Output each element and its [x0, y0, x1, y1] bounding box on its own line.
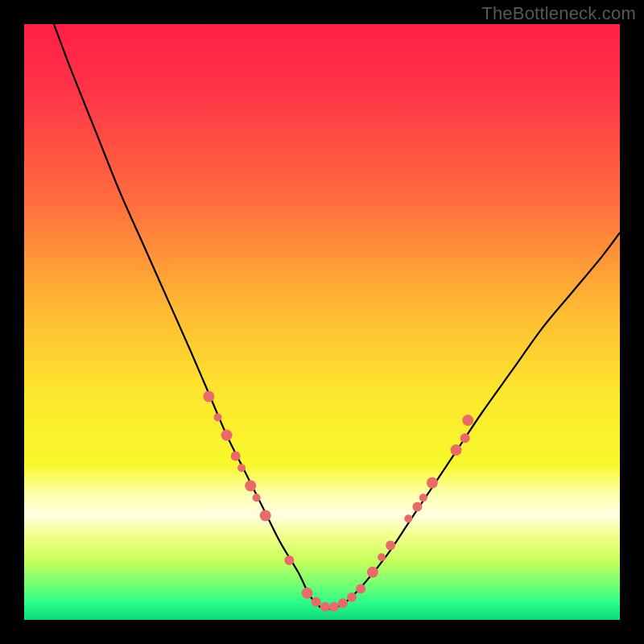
highlight-dot	[386, 541, 395, 551]
plot-area	[24, 24, 620, 620]
highlight-dot	[338, 598, 348, 608]
highlight-dot	[356, 584, 365, 594]
bottleneck-chart	[24, 24, 620, 620]
highlight-dot	[462, 415, 473, 426]
highlight-dot	[237, 464, 246, 472]
highlight-dot	[419, 493, 427, 502]
highlight-dot	[367, 567, 378, 578]
highlight-dot	[203, 391, 214, 402]
highlight-dot	[451, 444, 462, 456]
highlight-dot	[460, 433, 470, 443]
highlight-dot	[320, 602, 330, 612]
highlight-dot	[378, 553, 386, 561]
highlight-dot	[245, 481, 256, 492]
highlight-dot	[312, 597, 321, 607]
watermark-text: TheBottleneck.com	[481, 3, 636, 24]
highlight-dot	[347, 592, 357, 602]
highlight-dot	[221, 430, 233, 441]
highlight-dot	[253, 493, 261, 502]
highlight-dot	[329, 602, 339, 612]
highlight-dot	[231, 452, 241, 461]
gradient-background	[24, 24, 620, 620]
highlight-dot	[302, 588, 313, 599]
highlight-dot	[404, 514, 412, 522]
highlight-dot	[260, 510, 271, 522]
highlight-dot	[427, 477, 438, 489]
highlight-dot	[412, 502, 422, 511]
chart-frame: TheBottleneck.com	[0, 0, 644, 644]
highlight-dot	[214, 413, 222, 421]
highlight-dot	[284, 555, 294, 565]
